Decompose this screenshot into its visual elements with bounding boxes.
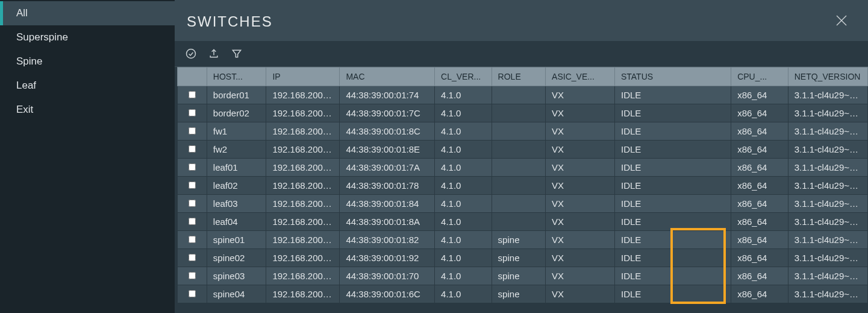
cell-mac: 44:38:39:00:01:78 <box>340 177 435 195</box>
export-button[interactable] <box>207 47 220 60</box>
row-checkbox[interactable] <box>189 272 196 279</box>
select-all-button[interactable] <box>184 47 198 60</box>
table-row[interactable]: fw1192.168.200.6144:38:39:00:01:8C4.1.0V… <box>178 122 868 141</box>
row-checkbox-cell <box>178 104 207 122</box>
sidebar-item-superspine[interactable]: Superspine <box>0 25 175 49</box>
table-row[interactable]: spine03192.168.200.2344:38:39:00:01:704.… <box>178 267 868 285</box>
cell-clver: 4.1.0 <box>435 159 492 177</box>
cell-netq: 3.1.1-cl4u29~159 <box>788 159 867 177</box>
row-checkbox[interactable] <box>189 91 196 98</box>
table-wrapper[interactable]: HOST... IP MAC CL_VER... ROLE ASIC_VE...… <box>175 67 868 313</box>
cell-status: IDLE <box>614 267 731 285</box>
cell-mac: 44:38:39:00:01:84 <box>340 195 435 213</box>
row-checkbox[interactable] <box>189 127 196 134</box>
cell-clver: 4.1.0 <box>435 141 492 159</box>
col-header-ip[interactable]: IP <box>266 68 340 86</box>
cell-cpu: x86_64 <box>731 122 788 141</box>
cell-clver: 4.1.0 <box>435 122 492 141</box>
filter-icon <box>231 48 243 60</box>
cell-status: IDLE <box>614 141 731 159</box>
close-icon <box>834 13 849 28</box>
cell-host: spine01 <box>207 231 266 249</box>
row-checkbox-cell <box>178 122 207 141</box>
col-header-role[interactable]: ROLE <box>492 68 545 86</box>
cell-clver: 4.1.0 <box>435 86 492 104</box>
table-row[interactable]: spine02192.168.200.2244:38:39:00:01:924.… <box>178 249 868 267</box>
row-checkbox[interactable] <box>189 163 196 171</box>
cell-ip: 192.168.200.61 <box>266 122 340 141</box>
row-checkbox-cell <box>178 285 207 303</box>
cell-clver: 4.1.0 <box>435 104 492 122</box>
cell-status: IDLE <box>614 213 731 231</box>
sidebar: All Superspine Spine Leaf Exit <box>0 0 175 313</box>
row-checkbox[interactable] <box>189 254 196 261</box>
cell-role <box>492 86 545 104</box>
col-header-mac[interactable]: MAC <box>340 68 435 86</box>
cell-clver: 4.1.0 <box>435 213 492 231</box>
col-header-clver[interactable]: CL_VER... <box>435 68 492 86</box>
cell-asic: VX <box>546 213 615 231</box>
cell-netq: 3.1.1-cl4u29~159 <box>788 86 867 104</box>
cell-netq: 3.1.1-cl4u29~159 <box>788 213 867 231</box>
row-checkbox[interactable] <box>189 290 196 297</box>
col-header-checkbox[interactable] <box>178 68 207 86</box>
cell-mac: 44:38:39:00:01:74 <box>340 86 435 104</box>
cell-cpu: x86_64 <box>731 267 788 285</box>
cell-status: IDLE <box>614 285 731 303</box>
row-checkbox[interactable] <box>189 236 196 243</box>
cell-cpu: x86_64 <box>731 86 788 104</box>
cell-mac: 44:38:39:00:01:7A <box>340 159 435 177</box>
table-row[interactable]: border01192.168.200.6344:38:39:00:01:744… <box>178 86 868 104</box>
row-checkbox[interactable] <box>189 200 196 207</box>
cell-host: border02 <box>207 104 266 122</box>
cell-role: spine <box>492 231 545 249</box>
cell-status: IDLE <box>614 177 731 195</box>
cell-ip: 192.168.200.11 <box>266 159 340 177</box>
cell-ip: 192.168.200.63 <box>266 86 340 104</box>
cell-host: leaf02 <box>207 177 266 195</box>
cell-asic: VX <box>546 122 615 141</box>
sidebar-item-leaf[interactable]: Leaf <box>0 74 175 98</box>
cell-clver: 4.1.0 <box>435 249 492 267</box>
row-checkbox-cell <box>178 213 207 231</box>
table-row[interactable]: fw2192.168.200.6244:38:39:00:01:8E4.1.0V… <box>178 141 868 159</box>
close-button[interactable] <box>832 11 851 33</box>
cell-mac: 44:38:39:00:01:7C <box>340 104 435 122</box>
col-header-asic[interactable]: ASIC_VE... <box>546 68 615 86</box>
col-header-netq[interactable]: NETQ_VERSION <box>788 68 867 86</box>
row-checkbox[interactable] <box>189 182 196 189</box>
cell-cpu: x86_64 <box>731 195 788 213</box>
col-header-host[interactable]: HOST... <box>207 68 266 86</box>
row-checkbox[interactable] <box>189 218 196 225</box>
table-row[interactable]: leaf03192.168.200.1344:38:39:00:01:844.1… <box>178 195 868 213</box>
cell-clver: 4.1.0 <box>435 177 492 195</box>
col-header-status[interactable]: STATUS <box>614 68 731 86</box>
cell-clver: 4.1.0 <box>435 195 492 213</box>
table-row[interactable]: spine04192.168.200.2444:38:39:00:01:6C4.… <box>178 285 868 303</box>
cell-status: IDLE <box>614 231 731 249</box>
cell-asic: VX <box>546 195 615 213</box>
cell-role <box>492 195 545 213</box>
cell-asic: VX <box>546 267 615 285</box>
cell-ip: 192.168.200.64 <box>266 104 340 122</box>
table-row[interactable]: leaf04192.168.200.1444:38:39:00:01:8A4.1… <box>178 213 868 231</box>
row-checkbox[interactable] <box>189 109 196 116</box>
col-header-cpu[interactable]: CPU_... <box>731 68 788 86</box>
cell-asic: VX <box>546 231 615 249</box>
filter-button[interactable] <box>230 47 243 60</box>
row-checkbox-cell <box>178 267 207 285</box>
table-row[interactable]: leaf01192.168.200.1144:38:39:00:01:7A4.1… <box>178 159 868 177</box>
cell-cpu: x86_64 <box>731 141 788 159</box>
table-row[interactable]: leaf02192.168.200.1244:38:39:00:01:784.1… <box>178 177 868 195</box>
row-checkbox[interactable] <box>189 145 196 153</box>
sidebar-item-exit[interactable]: Exit <box>0 98 175 122</box>
cell-host: leaf03 <box>207 195 266 213</box>
table-row[interactable]: border02192.168.200.6444:38:39:00:01:7C4… <box>178 104 868 122</box>
sidebar-item-all[interactable]: All <box>0 1 175 25</box>
cell-cpu: x86_64 <box>731 249 788 267</box>
cell-netq: 3.1.1-cl4u29~159 <box>788 104 867 122</box>
table-row[interactable]: spine01192.168.200.2144:38:39:00:01:824.… <box>178 231 868 249</box>
sidebar-item-spine[interactable]: Spine <box>0 49 175 74</box>
cell-netq: 3.1.1-cl4u29~159 <box>788 267 867 285</box>
cell-netq: 3.1.1-cl4u29~159 <box>788 141 867 159</box>
